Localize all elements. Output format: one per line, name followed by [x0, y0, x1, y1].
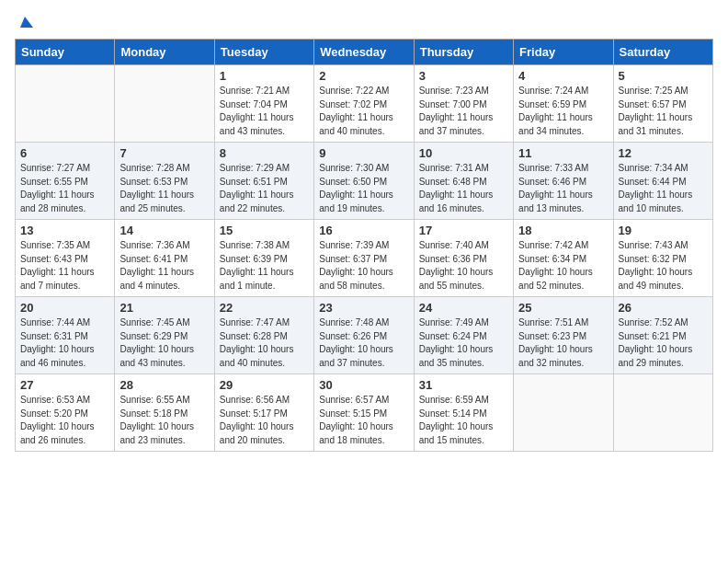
cell-info: Sunrise: 7:21 AM Sunset: 7:04 PM Dayligh…: [220, 85, 309, 138]
cell-info: Sunrise: 7:25 AM Sunset: 6:57 PM Dayligh…: [619, 85, 708, 138]
day-number: 30: [319, 378, 408, 392]
cal-cell: 15Sunrise: 7:38 AM Sunset: 6:39 PM Dayli…: [214, 220, 313, 297]
cell-info: Sunrise: 7:49 AM Sunset: 6:24 PM Dayligh…: [419, 316, 508, 370]
page-header: [15, 15, 713, 31]
day-number: 27: [20, 378, 109, 392]
cal-cell: 16Sunrise: 7:39 AM Sunset: 6:37 PM Dayli…: [314, 220, 414, 297]
cal-cell: [115, 65, 214, 143]
cell-info: Sunrise: 7:27 AM Sunset: 6:55 PM Dayligh…: [20, 162, 109, 215]
day-number: 18: [518, 224, 608, 237]
cal-cell: 18Sunrise: 7:42 AM Sunset: 6:34 PM Dayli…: [514, 220, 613, 297]
cal-cell: 24Sunrise: 7:49 AM Sunset: 6:24 PM Dayli…: [414, 297, 513, 374]
cal-cell: 26Sunrise: 7:52 AM Sunset: 6:21 PM Dayli…: [613, 297, 712, 374]
cal-cell: 11Sunrise: 7:33 AM Sunset: 6:46 PM Dayli…: [514, 143, 613, 220]
cal-cell: [514, 374, 613, 452]
day-header-tuesday: Tuesday: [214, 40, 313, 65]
cal-cell: 23Sunrise: 7:48 AM Sunset: 6:26 PM Dayli…: [314, 297, 414, 374]
cell-info: Sunrise: 7:45 AM Sunset: 6:29 PM Dayligh…: [119, 316, 209, 370]
cell-info: Sunrise: 7:42 AM Sunset: 6:34 PM Dayligh…: [518, 239, 608, 293]
cell-info: Sunrise: 7:31 AM Sunset: 6:48 PM Dayligh…: [419, 162, 508, 215]
day-number: 15: [220, 224, 309, 237]
cell-info: Sunrise: 6:59 AM Sunset: 5:14 PM Dayligh…: [419, 394, 508, 447]
calendar-table: SundayMondayTuesdayWednesdayThursdayFrid…: [15, 39, 713, 452]
cal-cell: 7Sunrise: 7:28 AM Sunset: 6:53 PM Daylig…: [115, 143, 214, 220]
cal-cell: 6Sunrise: 7:27 AM Sunset: 6:55 PM Daylig…: [16, 143, 115, 220]
cell-info: Sunrise: 7:29 AM Sunset: 6:51 PM Dayligh…: [220, 162, 309, 215]
day-header-wednesday: Wednesday: [314, 40, 414, 65]
logo: [15, 15, 33, 31]
day-number: 25: [518, 301, 608, 315]
day-number: 21: [119, 301, 209, 315]
cal-cell: 1Sunrise: 7:21 AM Sunset: 7:04 PM Daylig…: [214, 65, 313, 143]
day-number: 16: [319, 224, 408, 237]
day-number: 26: [619, 301, 708, 315]
cell-info: Sunrise: 7:36 AM Sunset: 6:41 PM Dayligh…: [119, 239, 209, 293]
cal-cell: [16, 65, 115, 143]
cal-cell: 5Sunrise: 7:25 AM Sunset: 6:57 PM Daylig…: [613, 65, 712, 143]
cell-info: Sunrise: 7:51 AM Sunset: 6:23 PM Dayligh…: [518, 316, 608, 370]
cell-info: Sunrise: 7:24 AM Sunset: 6:59 PM Dayligh…: [518, 85, 608, 138]
day-number: 12: [619, 146, 708, 160]
cal-cell: 19Sunrise: 7:43 AM Sunset: 6:32 PM Dayli…: [613, 220, 712, 297]
week-row-1: 1Sunrise: 7:21 AM Sunset: 7:04 PM Daylig…: [16, 65, 713, 143]
day-number: 31: [419, 378, 508, 392]
day-number: 23: [319, 301, 408, 315]
cell-info: Sunrise: 7:48 AM Sunset: 6:26 PM Dayligh…: [319, 316, 408, 370]
day-header-sunday: Sunday: [16, 40, 115, 65]
cell-info: Sunrise: 7:34 AM Sunset: 6:44 PM Dayligh…: [619, 162, 708, 215]
cal-cell: 14Sunrise: 7:36 AM Sunset: 6:41 PM Dayli…: [115, 220, 214, 297]
cell-info: Sunrise: 7:28 AM Sunset: 6:53 PM Dayligh…: [119, 162, 209, 215]
day-header-friday: Friday: [514, 40, 613, 65]
cell-info: Sunrise: 7:52 AM Sunset: 6:21 PM Dayligh…: [619, 316, 708, 370]
cell-info: Sunrise: 6:53 AM Sunset: 5:20 PM Dayligh…: [20, 394, 109, 447]
cal-cell: 8Sunrise: 7:29 AM Sunset: 6:51 PM Daylig…: [214, 143, 313, 220]
cell-info: Sunrise: 6:57 AM Sunset: 5:15 PM Dayligh…: [319, 394, 408, 447]
cal-cell: 27Sunrise: 6:53 AM Sunset: 5:20 PM Dayli…: [16, 374, 115, 452]
week-row-2: 6Sunrise: 7:27 AM Sunset: 6:55 PM Daylig…: [16, 143, 713, 220]
day-number: 22: [220, 301, 309, 315]
day-number: 9: [319, 146, 408, 160]
cal-cell: [613, 374, 712, 452]
week-row-3: 13Sunrise: 7:35 AM Sunset: 6:43 PM Dayli…: [16, 220, 713, 297]
cell-info: Sunrise: 7:47 AM Sunset: 6:28 PM Dayligh…: [220, 316, 309, 370]
cal-cell: 2Sunrise: 7:22 AM Sunset: 7:02 PM Daylig…: [314, 65, 414, 143]
cell-info: Sunrise: 6:55 AM Sunset: 5:18 PM Dayligh…: [119, 394, 209, 447]
day-number: 29: [220, 378, 309, 392]
cal-cell: 20Sunrise: 7:44 AM Sunset: 6:31 PM Dayli…: [16, 297, 115, 374]
day-number: 13: [20, 224, 109, 237]
logo-icon: [17, 15, 33, 31]
cell-info: Sunrise: 7:38 AM Sunset: 6:39 PM Dayligh…: [220, 239, 309, 293]
day-number: 2: [319, 69, 408, 83]
cell-info: Sunrise: 7:39 AM Sunset: 6:37 PM Dayligh…: [319, 239, 408, 293]
day-number: 3: [419, 69, 508, 83]
cell-info: Sunrise: 7:30 AM Sunset: 6:50 PM Dayligh…: [319, 162, 408, 215]
day-number: 1: [220, 69, 309, 83]
header-row: SundayMondayTuesdayWednesdayThursdayFrid…: [16, 40, 713, 65]
cell-info: Sunrise: 7:43 AM Sunset: 6:32 PM Dayligh…: [619, 239, 708, 293]
cell-info: Sunrise: 7:22 AM Sunset: 7:02 PM Dayligh…: [319, 85, 408, 138]
day-number: 11: [518, 146, 608, 160]
day-header-thursday: Thursday: [414, 40, 513, 65]
day-number: 8: [220, 146, 309, 160]
cal-cell: 30Sunrise: 6:57 AM Sunset: 5:15 PM Dayli…: [314, 374, 414, 452]
cal-cell: 9Sunrise: 7:30 AM Sunset: 6:50 PM Daylig…: [314, 143, 414, 220]
cal-cell: 12Sunrise: 7:34 AM Sunset: 6:44 PM Dayli…: [613, 143, 712, 220]
day-number: 4: [518, 69, 608, 83]
day-number: 19: [619, 224, 708, 237]
svg-marker-0: [20, 17, 33, 28]
cell-info: Sunrise: 7:40 AM Sunset: 6:36 PM Dayligh…: [419, 239, 508, 293]
cal-cell: 28Sunrise: 6:55 AM Sunset: 5:18 PM Dayli…: [115, 374, 214, 452]
cal-cell: 4Sunrise: 7:24 AM Sunset: 6:59 PM Daylig…: [514, 65, 613, 143]
cell-info: Sunrise: 7:33 AM Sunset: 6:46 PM Dayligh…: [518, 162, 608, 215]
day-number: 7: [119, 146, 209, 160]
day-number: 20: [20, 301, 109, 315]
cal-cell: 10Sunrise: 7:31 AM Sunset: 6:48 PM Dayli…: [414, 143, 513, 220]
cell-info: Sunrise: 7:35 AM Sunset: 6:43 PM Dayligh…: [20, 239, 109, 293]
cell-info: Sunrise: 6:56 AM Sunset: 5:17 PM Dayligh…: [220, 394, 309, 447]
day-number: 24: [419, 301, 508, 315]
week-row-5: 27Sunrise: 6:53 AM Sunset: 5:20 PM Dayli…: [16, 374, 713, 452]
cal-cell: 29Sunrise: 6:56 AM Sunset: 5:17 PM Dayli…: [214, 374, 313, 452]
cal-cell: 17Sunrise: 7:40 AM Sunset: 6:36 PM Dayli…: [414, 220, 513, 297]
cell-info: Sunrise: 7:44 AM Sunset: 6:31 PM Dayligh…: [20, 316, 109, 370]
cal-cell: 13Sunrise: 7:35 AM Sunset: 6:43 PM Dayli…: [16, 220, 115, 297]
